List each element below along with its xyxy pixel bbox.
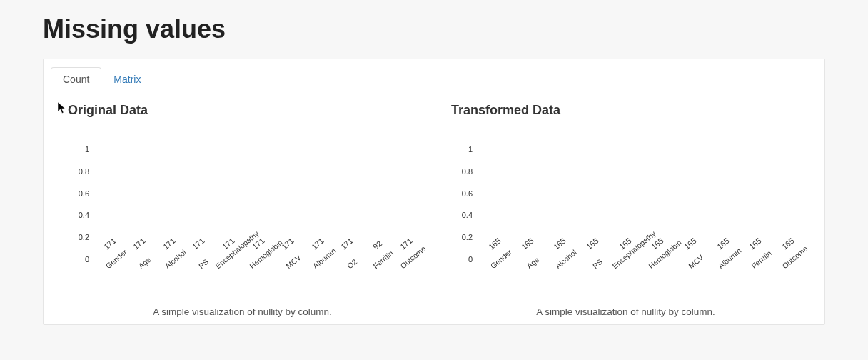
chart-original-area: 0 0.2 0.4 0.6 0.8 1 17117117117117117117… bbox=[58, 121, 427, 292]
chart-transformed: Transformed Data 0 0.2 0.4 0.6 0.8 1 165… bbox=[441, 99, 810, 317]
x-label: Outcome bbox=[773, 259, 806, 292]
bar-count-label: 165 bbox=[747, 236, 763, 251]
x-label: Encephalopathy bbox=[215, 259, 245, 292]
x-label: Gender bbox=[96, 259, 126, 292]
x-label: PS bbox=[577, 259, 610, 292]
bars-original: 17117117117117117117117117192171 bbox=[96, 149, 423, 259]
bar-count-label: 165 bbox=[520, 236, 535, 251]
chart-transformed-title: Transformed Data bbox=[451, 103, 810, 118]
bar-count-label: 165 bbox=[487, 236, 503, 251]
x-label-text: PS bbox=[591, 257, 604, 270]
chart-original-title: Original Data bbox=[68, 103, 427, 118]
missing-values-panel: Count Matrix Original Data 0 0.2 0.4 0.6… bbox=[43, 59, 825, 325]
bar-count-label: 165 bbox=[552, 236, 567, 251]
x-label: Alcohol bbox=[156, 259, 186, 292]
y-tick: 1 bbox=[468, 145, 473, 154]
y-tick: 0.6 bbox=[79, 189, 89, 198]
bar-count-label: 171 bbox=[102, 236, 118, 251]
bar-count-label: 171 bbox=[161, 236, 177, 251]
x-labels-transformed: GenderAgeAlcoholPSEncephalopathyHemoglob… bbox=[480, 259, 806, 292]
y-tick: 0.4 bbox=[79, 211, 89, 219]
x-label: Age bbox=[126, 259, 156, 292]
bar-count-label: 165 bbox=[585, 236, 600, 251]
bar-count-label: 171 bbox=[191, 236, 206, 251]
y-tick: 0.8 bbox=[462, 167, 473, 176]
x-label: Alcohol bbox=[545, 259, 577, 292]
charts-row: Original Data 0 0.2 0.4 0.6 0.8 1 171171… bbox=[44, 91, 824, 324]
bar-count-label: 171 bbox=[398, 236, 414, 251]
chart-caption: A simple visualization of nullity by col… bbox=[441, 306, 810, 317]
y-tick: 0.8 bbox=[79, 167, 89, 176]
chart-caption: A simple visualization of nullity by col… bbox=[58, 306, 427, 317]
x-label: MCV bbox=[675, 259, 708, 292]
y-tick: 0 bbox=[85, 255, 89, 264]
x-label: Albumin bbox=[304, 259, 334, 292]
x-label-text: PS bbox=[197, 257, 210, 270]
x-label: O2 bbox=[333, 259, 363, 292]
x-label: Albumin bbox=[708, 259, 741, 292]
chart-original: Original Data 0 0.2 0.4 0.6 0.8 1 171171… bbox=[58, 99, 427, 317]
bar-count-label: 171 bbox=[310, 236, 326, 251]
y-tick: 1 bbox=[85, 145, 89, 154]
y-axis: 0 0.2 0.4 0.6 0.8 1 bbox=[58, 149, 94, 259]
x-label: Outcome bbox=[393, 259, 423, 292]
bar-count-label: 165 bbox=[780, 236, 796, 251]
y-tick: 0 bbox=[468, 255, 473, 264]
y-tick: 0.2 bbox=[79, 233, 89, 241]
x-label: Hemoglobin bbox=[245, 259, 275, 292]
bar-count-label: 165 bbox=[682, 236, 698, 251]
x-label: Ferritin bbox=[741, 259, 774, 292]
x-label-text: O2 bbox=[345, 257, 358, 270]
x-label: Age bbox=[513, 259, 545, 292]
y-tick: 0.6 bbox=[462, 189, 473, 198]
x-label: MCV bbox=[274, 259, 304, 292]
y-axis: 0 0.2 0.4 0.6 0.8 1 bbox=[441, 149, 477, 259]
tab-count[interactable]: Count bbox=[51, 67, 101, 91]
y-tick: 0.2 bbox=[462, 233, 473, 241]
x-labels-original: GenderAgeAlcoholPSEncephalopathyHemoglob… bbox=[96, 259, 423, 292]
bar-count-label: 171 bbox=[339, 236, 355, 251]
x-label: Gender bbox=[480, 259, 513, 292]
x-label: Ferritin bbox=[363, 259, 393, 292]
tab-matrix[interactable]: Matrix bbox=[101, 67, 153, 91]
tabs-bar: Count Matrix bbox=[44, 59, 824, 91]
page-title: Missing values bbox=[43, 14, 825, 44]
bar-count-label: 92 bbox=[371, 239, 383, 251]
x-label: PS bbox=[186, 259, 216, 292]
bar-count-label: 165 bbox=[715, 236, 731, 251]
x-label: Hemoglobin bbox=[643, 259, 676, 292]
y-tick: 0.4 bbox=[462, 211, 473, 219]
bar-count-label: 171 bbox=[131, 236, 147, 251]
chart-transformed-area: 0 0.2 0.4 0.6 0.8 1 16516516516516516516… bbox=[441, 121, 810, 292]
x-label: Encephalopathy bbox=[610, 259, 643, 292]
